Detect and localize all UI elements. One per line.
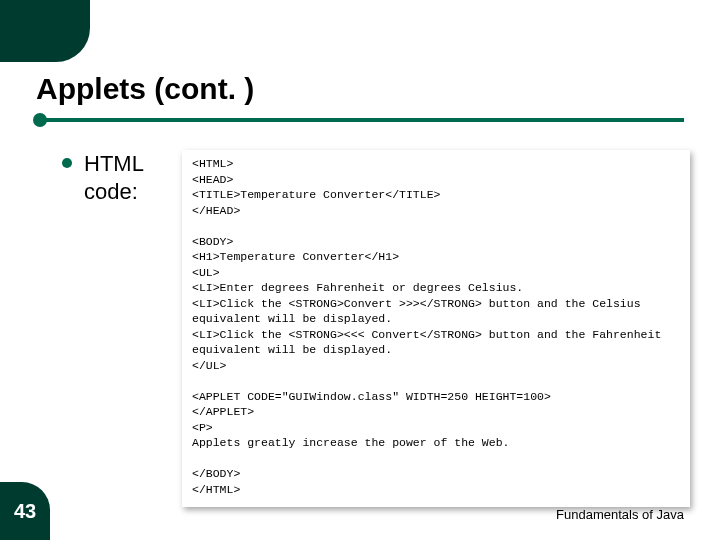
corner-decor-top-left bbox=[0, 0, 90, 62]
underline-bar bbox=[36, 118, 684, 122]
page-number: 43 bbox=[14, 500, 36, 523]
slide-title: Applets (cont. ) bbox=[36, 72, 254, 106]
bullet-item: HTML code: bbox=[62, 150, 164, 205]
page-number-badge: 43 bbox=[0, 482, 50, 540]
code-content: <HTML> <HEAD> <TITLE>Temperature Convert… bbox=[192, 156, 680, 497]
bullet-dot-icon bbox=[62, 158, 72, 168]
title-underline bbox=[36, 118, 684, 122]
code-example-box: <HTML> <HEAD> <TITLE>Temperature Convert… bbox=[182, 150, 690, 507]
body-row: HTML code: <HTML> <HEAD> <TITLE>Temperat… bbox=[62, 150, 690, 507]
bullet-label: HTML code: bbox=[84, 150, 164, 205]
slide: Applets (cont. ) HTML code: <HTML> <HEAD… bbox=[0, 0, 720, 540]
footer-text: Fundamentals of Java bbox=[556, 507, 684, 522]
